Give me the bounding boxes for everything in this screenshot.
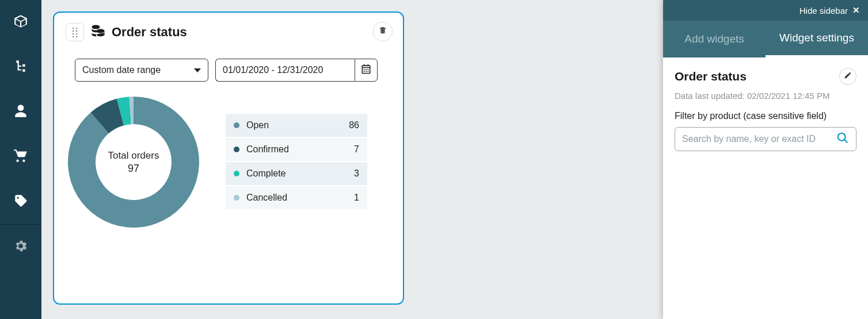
nav-cart[interactable] [0,134,41,179]
tab-widget-settings[interactable]: Widget settings [766,21,868,57]
hide-sidebar-button[interactable]: Hide sidebar ✕ [800,5,860,16]
date-range-picker[interactable]: 01/01/2020 - 12/31/2020 [215,59,378,82]
main-area: Order status Custom date range 01/01/202… [41,0,663,319]
nav-user[interactable] [0,90,41,134]
legend-value: 86 [349,120,359,130]
date-mode-select[interactable]: Custom date range [75,59,208,82]
legend-label: Confirmed [246,144,354,155]
box-icon [13,14,28,31]
search-icon [836,132,849,147]
legend-dot [234,171,239,176]
close-icon: ✕ [852,5,860,16]
drag-icon [72,28,78,37]
legend-list: Open86Confirmed7Complete3Cancelled1 [226,114,367,210]
legend-dot [234,147,239,152]
sidebar-topbar: Hide sidebar ✕ [663,0,868,21]
legend-row[interactable]: Complete3 [226,162,367,186]
donut-center-value: 97 [128,163,139,175]
legend-row[interactable]: Confirmed7 [226,138,367,162]
drag-handle[interactable] [66,23,84,41]
hide-sidebar-label: Hide sidebar [800,6,848,16]
legend-row[interactable]: Cancelled1 [226,186,367,210]
left-nav [0,0,41,319]
gear-icon [13,239,28,256]
date-range-text: 01/01/2020 - 12/31/2020 [215,59,355,82]
sidebar: Hide sidebar ✕ Add widgets Widget settin… [663,0,868,319]
tag-icon [13,193,28,210]
calendar-button[interactable] [355,59,378,82]
sidebar-updated: Data last updated: 02/02/2021 12:45 PM [675,91,856,101]
pencil-icon [844,71,852,82]
donut-chart: Total orders 97 [64,93,203,231]
delete-widget-button[interactable] [373,22,393,41]
updated-value: 02/02/2021 12:45 PM [747,91,829,101]
legend-value: 7 [354,144,359,155]
date-mode-label: Custom date range [82,65,161,75]
legend-dot [234,195,239,201]
cart-icon [13,148,28,166]
legend-label: Complete [246,168,354,179]
product-search-input[interactable] [682,134,831,144]
edit-title-button[interactable] [839,68,856,85]
legend-label: Open [246,120,349,130]
legend-value: 3 [354,168,359,179]
nav-tag[interactable] [0,179,41,224]
legend-row[interactable]: Open86 [226,114,367,138]
order-status-widget: Order status Custom date range 01/01/202… [53,11,404,305]
nav-box[interactable] [0,0,41,45]
nav-hierarchy[interactable] [0,45,41,90]
product-search[interactable] [675,127,856,151]
sidebar-tabs: Add widgets Widget settings [663,21,868,57]
svg-line-1 [844,140,847,143]
sidebar-widget-title: Order status [675,70,747,83]
legend-dot [234,122,239,128]
calendar-icon [360,63,372,77]
hierarchy-icon [13,59,28,76]
widget-title: Order status [112,25,187,40]
coins-icon [90,23,106,41]
legend-value: 1 [354,193,359,203]
updated-prefix: Data last updated: [675,91,745,101]
nav-settings[interactable] [0,225,41,270]
user-icon [13,103,28,121]
legend-label: Cancelled [246,193,354,203]
trash-icon [378,26,387,37]
filter-label: Filter by product (case sensitive field) [675,111,856,121]
tab-add-widgets[interactable]: Add widgets [663,21,766,57]
svg-point-0 [838,133,846,141]
caret-down-icon [194,68,201,72]
donut-center-label: Total orders [108,150,159,162]
